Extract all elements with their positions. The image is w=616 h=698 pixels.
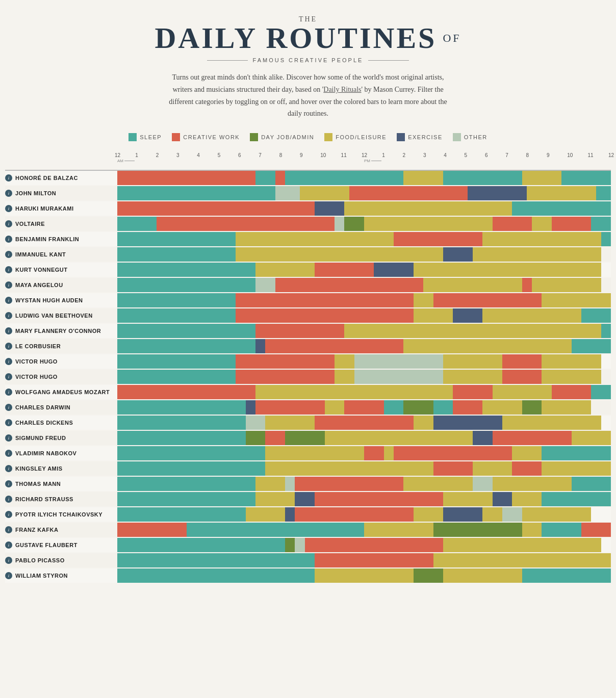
bar-segment-sleep[interactable] <box>285 171 403 185</box>
bar-segment-food[interactable] <box>522 523 542 537</box>
legend-item-day-job-admin[interactable]: DAY JOB/ADMIN <box>250 133 314 141</box>
bar-segment-creative[interactable] <box>394 232 482 246</box>
bar-segment-sleep[interactable] <box>522 568 611 583</box>
bar-segment-creative[interactable] <box>236 370 335 384</box>
bar-segment-sleep[interactable] <box>117 232 236 246</box>
bar-segment-food[interactable] <box>493 477 572 491</box>
bar-segment-food[interactable] <box>482 339 571 353</box>
bar-segment-food[interactable] <box>482 507 502 522</box>
bar-segment-sleep[interactable] <box>117 538 285 552</box>
bar-segment-creative[interactable] <box>117 171 255 185</box>
bar-segment-creative[interactable] <box>552 385 591 399</box>
bar-segment-exercise[interactable] <box>468 186 527 200</box>
bar-segment-food[interactable] <box>473 247 601 262</box>
legend-item-food-leisure[interactable]: FOOD/LEISURE <box>324 133 387 141</box>
bar-segment-food[interactable] <box>344 201 512 216</box>
info-icon[interactable]: i <box>5 434 12 442</box>
bar-segment-food[interactable] <box>493 385 552 399</box>
bar-segment-creative[interactable] <box>255 400 325 415</box>
bar-segment-food[interactable] <box>236 232 394 246</box>
bar-segment-sleep[interactable] <box>581 308 611 323</box>
legend-item-sleep[interactable]: SLEEP <box>129 133 162 141</box>
bar-segment-sleep[interactable] <box>512 201 611 216</box>
bar-segment-sleep[interactable] <box>117 217 157 231</box>
bar-segment-other[interactable] <box>335 217 344 231</box>
bar-segment-sleep[interactable] <box>591 385 611 399</box>
bar-segment-creative[interactable] <box>502 354 542 369</box>
bar-segment-dayJob[interactable] <box>433 523 522 537</box>
bar-segment-food[interactable] <box>246 507 285 522</box>
bar-segment-food[interactable] <box>414 293 433 307</box>
legend-item-creative-work[interactable]: CREATIVE WORK <box>172 133 240 141</box>
bar-segment-creative[interactable] <box>295 477 403 491</box>
bar-segment-creative[interactable] <box>581 523 601 537</box>
bar-segment-exercise[interactable] <box>443 507 482 522</box>
bar-segment-sleep[interactable] <box>542 492 611 506</box>
bar-segment-food[interactable] <box>443 354 502 369</box>
bar-segment-sleep[interactable] <box>117 186 275 200</box>
bar-segment-exercise[interactable] <box>285 507 295 522</box>
bar-segment-sleep[interactable] <box>596 186 611 200</box>
bar-segment-sleep[interactable] <box>433 400 453 415</box>
bar-segment-exercise[interactable] <box>453 308 482 323</box>
bar-segment-dayJob[interactable] <box>522 400 542 415</box>
bar-segment-food[interactable] <box>512 446 542 460</box>
bar-segment-sleep[interactable] <box>255 171 275 185</box>
bar-segment-creative[interactable] <box>275 171 285 185</box>
bar-segment-sleep[interactable] <box>117 477 255 491</box>
bar-segment-creative[interactable] <box>552 217 591 231</box>
bar-segment-exercise[interactable] <box>473 431 493 445</box>
bar-segment-exercise[interactable] <box>315 201 344 216</box>
bar-segment-sleep[interactable] <box>601 324 611 338</box>
bar-segment-sleep[interactable] <box>117 461 265 476</box>
bar-segment-food[interactable] <box>542 400 591 415</box>
bar-segment-other[interactable] <box>502 507 522 522</box>
bar-segment-sleep[interactable] <box>117 446 265 460</box>
bar-segment-food[interactable] <box>542 370 601 384</box>
bar-segment-dayJob[interactable] <box>246 431 266 445</box>
info-icon[interactable]: i <box>5 220 12 227</box>
info-icon[interactable]: i <box>5 511 12 518</box>
bar-segment-food[interactable] <box>265 446 364 460</box>
bar-segment-food[interactable] <box>255 263 315 277</box>
bar-segment-creative[interactable] <box>349 186 468 200</box>
bar-segment-creative[interactable] <box>236 354 335 369</box>
info-icon[interactable]: i <box>5 496 12 503</box>
bar-segment-sleep[interactable] <box>561 171 611 185</box>
bar-segment-food[interactable] <box>335 354 354 369</box>
bar-segment-other[interactable] <box>275 186 300 200</box>
bar-segment-sleep[interactable] <box>117 568 315 583</box>
bar-segment-other[interactable] <box>255 278 275 292</box>
info-icon[interactable]: i <box>5 297 12 304</box>
bar-segment-sleep[interactable] <box>572 339 611 353</box>
bar-segment-creative[interactable] <box>236 293 413 307</box>
bar-segment-exercise[interactable] <box>255 339 265 353</box>
bar-segment-creative[interactable] <box>117 201 315 216</box>
bar-segment-creative[interactable] <box>275 278 423 292</box>
bar-segment-food[interactable] <box>325 431 473 445</box>
bar-segment-food[interactable] <box>527 186 596 200</box>
bar-segment-food[interactable] <box>315 568 414 583</box>
bar-segment-creative[interactable] <box>493 431 572 445</box>
bar-segment-food[interactable] <box>482 232 601 246</box>
bar-segment-other[interactable] <box>285 477 295 491</box>
bar-segment-other[interactable] <box>414 370 443 384</box>
bar-segment-food[interactable] <box>443 477 473 491</box>
bar-segment-exercise[interactable] <box>374 263 413 277</box>
bar-segment-sleep[interactable] <box>117 431 246 445</box>
info-icon[interactable]: i <box>5 419 12 426</box>
info-icon[interactable]: i <box>5 174 12 182</box>
bar-segment-food[interactable] <box>443 370 502 384</box>
bar-segment-food[interactable] <box>443 538 601 552</box>
info-icon[interactable]: i <box>5 389 12 396</box>
info-icon[interactable]: i <box>5 312 12 319</box>
bar-segment-food[interactable] <box>344 324 423 338</box>
bar-segment-creative[interactable] <box>265 339 403 353</box>
legend-item-other[interactable]: OTHER <box>453 133 487 141</box>
bar-segment-food[interactable] <box>522 171 561 185</box>
bar-segment-food[interactable] <box>542 293 611 307</box>
bar-segment-food[interactable] <box>532 278 601 292</box>
bar-segment-sleep[interactable] <box>117 416 246 430</box>
bar-segment-exercise[interactable] <box>246 400 255 415</box>
bar-segment-exercise[interactable] <box>443 247 473 262</box>
